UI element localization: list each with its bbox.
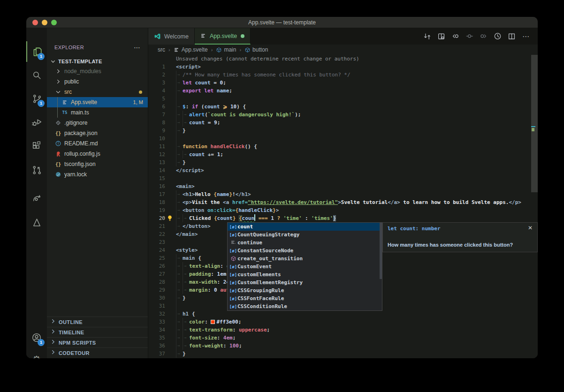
sidebar-item-public[interactable]: public: [47, 76, 148, 87]
activity-explorer[interactable]: 1: [26, 41, 47, 62]
symbol-variable-icon: [ø]: [229, 225, 237, 229]
code-line-12[interactable]: 12count += 1;: [148, 151, 538, 158]
open-changes-icon[interactable]: [434, 28, 449, 45]
activity-gitlens[interactable]: [26, 188, 47, 208]
code-line-35[interactable]: 35font-size: 4em;: [148, 334, 538, 342]
sidebar-item-main-ts[interactable]: TSmain.ts: [47, 107, 148, 118]
gitlens-compare-icon[interactable]: [420, 28, 434, 45]
suggest-item-create_out_transition[interactable]: create_out_transition: [228, 255, 382, 263]
overview-modified-mark: [532, 128, 534, 131]
editor-toolbar: ⋯: [420, 28, 538, 45]
code-line-5[interactable]: 5: [148, 95, 538, 103]
indent-guide: [176, 326, 183, 334]
line-number: 16: [148, 182, 165, 190]
breadcrumb-main[interactable]: main: [216, 46, 236, 53]
indent-guide: [176, 342, 183, 350]
code-line-9[interactable]: 9}: [148, 127, 538, 135]
navigate-forward-icon[interactable]: [477, 28, 491, 45]
sidebar-item-src[interactable]: src: [47, 87, 148, 97]
code-line-16[interactable]: 16<main>: [148, 182, 538, 190]
unsaved-dot-icon[interactable]: [241, 34, 244, 38]
titlebar[interactable]: App.svelte — test-template: [26, 17, 538, 28]
suggest-scrollbar[interactable]: [380, 223, 382, 279]
code-line-17[interactable]: 17<h1>Hello {name}!</h1>: [148, 190, 538, 198]
code-line-13[interactable]: 13}: [148, 158, 538, 166]
code-line-11[interactable]: 11function handleClick() {: [148, 143, 538, 151]
code-editor[interactable]: Unsaved changes (cannot determine recent…: [148, 55, 538, 358]
code-line-6[interactable]: 6$: if (count ⩾ 10) {: [148, 103, 538, 111]
tab-app-svelte[interactable]: App.svelte: [195, 28, 251, 45]
section-timeline[interactable]: TIMELINE: [47, 327, 148, 337]
code-line-10[interactable]: 10: [148, 135, 538, 143]
code-line-3[interactable]: 3let count = 0;: [148, 79, 538, 87]
tab-welcome[interactable]: Welcome: [148, 28, 195, 45]
suggest-item-customevent[interactable]: [ø]CustomEvent: [228, 263, 382, 271]
code-token: +=: [205, 151, 217, 158]
sidebar-item-tsconfig-json[interactable]: {}tsconfig.json: [47, 159, 148, 169]
code-line-18[interactable]: 18<p>Visit the <a href="https://svelte.d…: [148, 198, 538, 206]
activity-source-control[interactable]: 1: [26, 88, 47, 109]
suggest-item-continue[interactable]: continue: [228, 239, 382, 247]
activity-extensions[interactable]: [26, 135, 47, 156]
vscode-window: App.svelte — test-template 111⚙ EXPLORER…: [26, 17, 538, 358]
code-line-32[interactable]: 32h1 {: [148, 310, 538, 318]
section-outline[interactable]: OUTLINE: [47, 317, 148, 327]
activity-azure[interactable]: [26, 212, 47, 233]
activity-settings[interactable]: ⚙: [26, 349, 47, 358]
project-root-row[interactable]: TEST-TEMPLATE: [47, 57, 148, 66]
split-editor-icon[interactable]: [505, 28, 519, 45]
more-actions-icon[interactable]: ⋯: [519, 28, 533, 45]
code-line-15[interactable]: 15: [148, 174, 538, 182]
suggest-item-constantsourcenode[interactable]: [ø]ConstantSourceNode: [228, 247, 382, 255]
activity-accounts[interactable]: 1: [26, 327, 47, 348]
activity-github-pull-requests[interactable]: [26, 159, 47, 180]
suggest-widget: [ø]count[ø]CountQueuingStrategycontinue[…: [227, 222, 382, 311]
suggest-item-cssconditionrule[interactable]: [ø]CSSConditionRule: [228, 302, 382, 310]
close-icon[interactable]: ✕: [528, 225, 533, 231]
line-number: 33: [148, 318, 165, 326]
section-npm-scripts[interactable]: NPM SCRIPTS: [47, 337, 148, 347]
editor-scrollbar[interactable]: [531, 55, 538, 192]
code-line-14[interactable]: 14</script>: [148, 166, 538, 174]
code-token: Hello: [195, 191, 214, 197]
code-line-34[interactable]: 34text-transform: uppercase;: [148, 326, 538, 334]
suggest-item-customelements[interactable]: [ø]customElements: [228, 271, 382, 279]
color-swatch[interactable]: [211, 320, 215, 324]
code-line-36[interactable]: 36font-weight: 100;: [148, 342, 538, 350]
code-line-1[interactable]: 1<script>: [148, 63, 538, 71]
code-line-2[interactable]: 2/** How many times has someone clicked …: [148, 71, 538, 79]
activity-search[interactable]: [26, 65, 47, 85]
code-token: if: [192, 104, 201, 110]
breadcrumb-separator: ›: [168, 47, 170, 53]
sidebar-item-node-modules[interactable]: node_modules: [47, 66, 148, 76]
suggest-item-count[interactable]: [ø]count: [228, 223, 382, 231]
breadcrumb-app-svelte[interactable]: App.svelte: [174, 46, 208, 53]
code-line-4[interactable]: 4export let name;: [148, 87, 538, 95]
sidebar-item-rollup-config-js[interactable]: rollup.config.js: [47, 149, 148, 159]
code-line-33[interactable]: 33color: #ff3e00;: [148, 318, 538, 326]
sidebar-item-package-json[interactable]: {}package.json: [47, 128, 148, 138]
sidebar-item-readme-md[interactable]: README.md: [47, 138, 148, 149]
activity-run-debug[interactable]: [26, 112, 47, 132]
section-codetour[interactable]: CODETOUR: [47, 347, 148, 358]
code-line-7[interactable]: 7alert(`count is dangerously high!`);: [148, 111, 538, 119]
code-token: }: [273, 207, 276, 213]
sidebar-item-app-svelte[interactable]: App.svelte1, M: [47, 97, 148, 107]
sidebar-item-yarn-lock[interactable]: yarn.lock: [47, 169, 148, 180]
navigate-current-icon[interactable]: [463, 28, 477, 45]
breadcrumb-src[interactable]: src: [158, 46, 165, 53]
breadcrumb-button[interactable]: button: [244, 46, 268, 53]
code-line-20[interactable]: 20Clicked {count} {coun === 1 ? 'time' :…: [148, 214, 538, 222]
code-line-8[interactable]: 8count = 9;: [148, 119, 538, 127]
suggest-item-countqueuingstrategy[interactable]: [ø]CountQueuingStrategy: [228, 231, 382, 239]
code-line-19[interactable]: 19<button on:click={handleClick}>: [148, 206, 538, 214]
ellipsis-icon[interactable]: ⋯: [134, 44, 140, 51]
navigate-back-icon[interactable]: [449, 28, 463, 45]
timeline-clock-icon[interactable]: [491, 28, 505, 45]
code-line-37[interactable]: 37}: [148, 350, 538, 358]
suggest-item-cssgroupingrule[interactable]: [ø]CSSGroupingRule: [228, 286, 382, 294]
blame-annotation-line[interactable]: Unsaved changes (cannot determine recent…: [148, 55, 538, 63]
suggest-item-customelementregistry[interactable]: [ø]CustomElementRegistry: [228, 279, 382, 286]
suggest-item-cssfontfacerule[interactable]: [ø]CSSFontFaceRule: [228, 294, 382, 302]
sidebar-item--gitignore[interactable]: .gitignore: [47, 118, 148, 128]
